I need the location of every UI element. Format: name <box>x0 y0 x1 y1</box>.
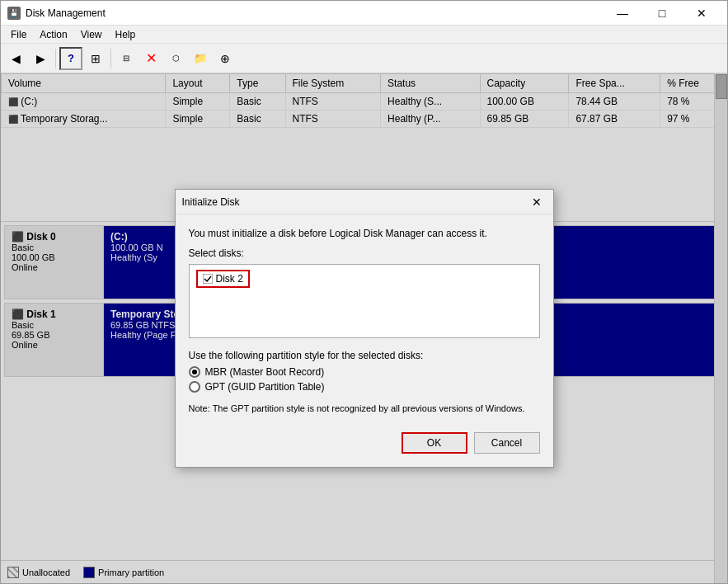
dialog-title: Initialize Disk <box>182 196 527 208</box>
menu-action[interactable]: Action <box>33 27 73 42</box>
connect-button[interactable]: ⊟ <box>115 47 138 70</box>
svg-rect-0 <box>203 274 213 284</box>
toolbar: ◀ ▶ ? ⊞ ⊟ ✕ ⬡ 📁 ⊕ <box>1 44 727 73</box>
partition-style-label: Use the following partition style for th… <box>189 350 540 361</box>
menu-file[interactable]: File <box>4 27 33 42</box>
folder-button[interactable]: 📁 <box>189 47 212 70</box>
mbr-label: MBR (Master Boot Record) <box>205 366 325 378</box>
menu-view[interactable]: View <box>74 27 109 42</box>
main-window: 💾 Disk Management — □ ✕ File Action View… <box>0 0 728 584</box>
toolbar-sep-2 <box>110 49 111 68</box>
main-content: Volume Layout Type File System Status Ca… <box>1 73 727 583</box>
disk-2-checkbox-container[interactable]: Disk 2 <box>196 270 250 288</box>
partition-style-section: Use the following partition style for th… <box>189 350 540 393</box>
disk-2-label: Disk 2 <box>216 273 243 285</box>
dialog-body: You must initialize a disk before Logica… <box>176 214 553 466</box>
ok-button[interactable]: OK <box>402 432 467 454</box>
disk-list-item[interactable]: Disk 2 <box>193 268 536 290</box>
title-bar: 💾 Disk Management — □ ✕ <box>1 1 727 26</box>
mbr-radio[interactable] <box>189 366 200 378</box>
gpt-label: GPT (GUID Partition Table) <box>205 381 325 393</box>
checkbox-check-icon <box>203 274 213 284</box>
refresh-button[interactable]: ⊕ <box>214 47 237 70</box>
properties-button[interactable]: ⬡ <box>164 47 187 70</box>
dialog-description: You must initialize a disk before Logica… <box>189 228 540 239</box>
menu-help[interactable]: Help <box>109 27 143 42</box>
menu-bar: File Action View Help <box>1 26 727 44</box>
add-disk-button[interactable]: ⊞ <box>84 47 107 70</box>
maximize-button[interactable]: □ <box>643 1 681 26</box>
minimize-button[interactable]: — <box>604 1 641 26</box>
help-button[interactable]: ? <box>59 47 82 70</box>
gpt-note: Note: The GPT partition style is not rec… <box>189 403 540 415</box>
select-disks-label: Select disks: <box>189 247 540 259</box>
disk-list-box[interactable]: Disk 2 <box>189 264 540 338</box>
window-title: Disk Management <box>26 7 604 19</box>
dialog-title-bar: Initialize Disk ✕ <box>176 190 553 214</box>
initialize-disk-dialog: Initialize Disk ✕ You must initialize a … <box>175 189 554 467</box>
toolbar-sep-1 <box>55 49 56 68</box>
dialog-close-button[interactable]: ✕ <box>527 192 547 212</box>
gpt-option[interactable]: GPT (GUID Partition Table) <box>189 381 540 393</box>
modal-overlay: Initialize Disk ✕ You must initialize a … <box>1 73 727 583</box>
dialog-footer: OK Cancel <box>189 429 540 454</box>
forward-button[interactable]: ▶ <box>29 47 52 70</box>
app-icon: 💾 <box>7 7 21 20</box>
mbr-option[interactable]: MBR (Master Boot Record) <box>189 366 540 378</box>
delete-button[interactable]: ✕ <box>139 47 162 70</box>
window-controls: — □ ✕ <box>604 1 721 26</box>
cancel-button[interactable]: Cancel <box>474 432 540 454</box>
close-button[interactable]: ✕ <box>683 1 721 26</box>
back-button[interactable]: ◀ <box>4 47 27 70</box>
gpt-radio[interactable] <box>189 381 200 393</box>
